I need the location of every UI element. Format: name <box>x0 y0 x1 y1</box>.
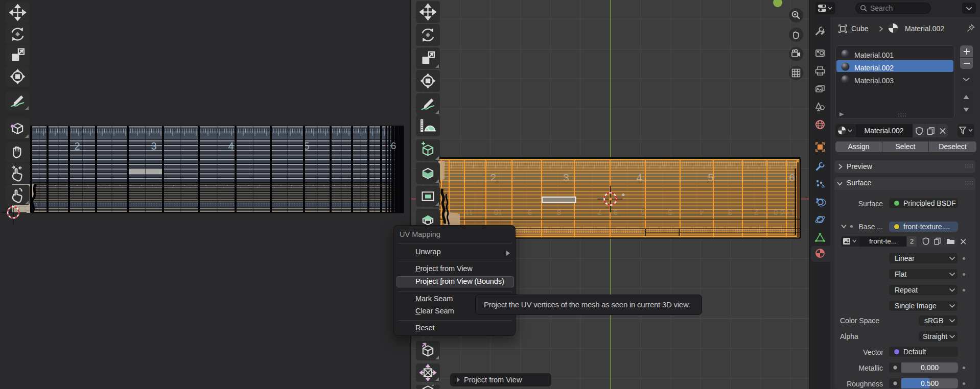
svg-text:6: 6 <box>391 140 396 151</box>
svg-text:4: 4 <box>228 140 234 152</box>
svg-text:2: 2 <box>74 140 80 152</box>
svg-text:3: 3 <box>151 140 156 152</box>
